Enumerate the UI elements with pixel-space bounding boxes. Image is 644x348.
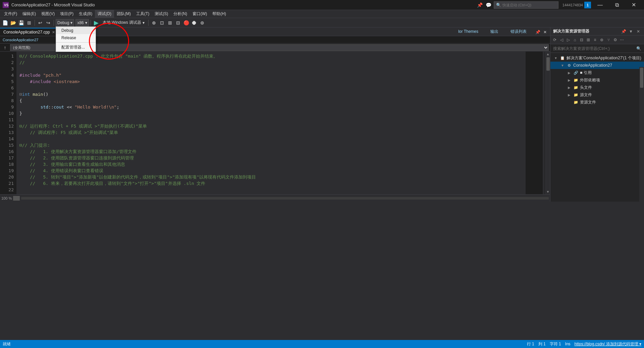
sol-vscrollbar[interactable] (639, 67, 644, 202)
tree-expand-headers[interactable]: ▶ (567, 85, 572, 90)
status-link[interactable]: https://blog.csdn/ 添加到源代码管理 ▾ (575, 341, 641, 347)
tab-main-cpp-close[interactable]: ✕ (52, 30, 55, 34)
zoom-dropdown-btn[interactable] (13, 196, 20, 201)
editor-vscrollbar[interactable]: ▲ ▼ (545, 52, 550, 194)
toolbar-btn-extra3[interactable]: ⊞ (166, 19, 174, 26)
menu-team[interactable]: 团队(M) (114, 10, 133, 18)
quick-launch-input[interactable] (502, 3, 556, 7)
scroll-up-btn[interactable]: ▲ (546, 52, 550, 56)
zoom-label[interactable]: 100 % (0, 196, 13, 200)
menu-debug[interactable]: 调试(D) (95, 10, 114, 18)
title-bar-right: 📌 💬 🔍 1444174834 1 — ⧉ ✕ (476, 0, 641, 10)
file-path-item[interactable]: ConsoleApplication27 (3, 38, 38, 42)
sol-tb-file[interactable]: ≡ (592, 37, 598, 43)
tree-item-refs[interactable]: ▶ 🔗 ■ 引用 (550, 69, 644, 76)
hscroll-track[interactable] (21, 197, 549, 200)
toolbar-btn-extra1[interactable]: ⊕ (150, 19, 158, 26)
minimap-scrollbar[interactable] (543, 52, 545, 194)
sub-tab-themes[interactable]: lor Themes (455, 27, 482, 36)
toolbar-btn-bp3[interactable]: ⊛ (199, 19, 206, 26)
sol-tb-dots[interactable]: ⋯ (619, 37, 625, 43)
scope-select2[interactable] (85, 44, 549, 51)
tree-label-project: ConsoleApplication27 (573, 63, 612, 68)
sol-tb-filter[interactable]: ⊛ (599, 37, 605, 43)
scope-btn-up[interactable]: ↑ (1, 44, 9, 51)
sol-tb-fwd[interactable]: ▷ (565, 37, 571, 43)
menu-project[interactable]: 项目(P) (57, 10, 76, 18)
dd-item-release[interactable]: Release (56, 34, 96, 42)
toolbar-redo[interactable]: ↪ (45, 19, 52, 26)
dd-item-config-mgr[interactable]: 配置管理器... (56, 43, 96, 52)
menu-edit[interactable]: 编辑(E) (20, 10, 39, 18)
toolbar-btn-extra4[interactable]: ⊟ (174, 19, 182, 26)
sub-tab-errors[interactable]: 错误列表 (507, 27, 530, 36)
close-button[interactable]: ✕ (626, 0, 641, 10)
code-editor[interactable]: 12345 678910 1112131415 1617181920 2122 … (0, 52, 550, 194)
sub-tab-output[interactable]: 输出 (487, 27, 502, 36)
scroll-track[interactable] (546, 56, 550, 190)
menu-help[interactable]: 帮助(H) (210, 10, 229, 18)
code-line-8: { (19, 97, 523, 104)
toolbar-undo[interactable]: ↩ (37, 19, 44, 26)
sol-tb-home[interactable]: ⌂ (572, 37, 578, 43)
sol-tb-proppage[interactable]: ⊞ (585, 37, 591, 43)
menu-build[interactable]: 生成(B) (76, 10, 95, 18)
sol-pin-btn[interactable]: 📌 (621, 28, 627, 34)
scroll-down-btn[interactable]: ▼ (546, 190, 550, 194)
tree-expand-solution[interactable]: ▼ (553, 55, 558, 61)
debug-dropdown-arrow[interactable]: ▾ (70, 20, 72, 25)
debug-config-select[interactable]: Debug ▾ (56, 19, 74, 26)
tree-item-project[interactable]: ▼ ⚙ ConsoleApplication27 (550, 62, 644, 69)
tab-main-cpp[interactable]: ConsoleApplication27.cpp ✕ (0, 28, 59, 36)
tree-expand-project[interactable]: ▼ (560, 63, 565, 68)
sol-tb-settings[interactable]: ⚙ (612, 37, 618, 43)
target-arrow[interactable]: ▾ (143, 20, 145, 25)
tree-item-ext-deps[interactable]: ▶ 📁 外部依赖项 (550, 76, 644, 84)
toolbar-open[interactable]: 📂 (9, 19, 17, 26)
sol-tb-git[interactable]: ⑂ (605, 37, 611, 43)
tree-item-resources[interactable]: ▶ 📁 资源文件 (550, 98, 644, 106)
sol-close-btn[interactable]: ✕ (635, 28, 641, 34)
sol-tb-back[interactable]: ◁ (558, 37, 565, 43)
sol-tree[interactable]: ▼ 📋 解决方案'ConsoleApplication27'(1 个项目) ▼ … (550, 53, 644, 202)
sol-search-input[interactable] (553, 46, 636, 51)
tree-item-sources[interactable]: ▶ 📁 源文件 (550, 91, 644, 98)
sol-tb-collapse[interactable]: ⊟ (579, 37, 585, 43)
tree-expand-sources[interactable]: ▶ (567, 92, 572, 97)
menu-tools[interactable]: 工具(T) (133, 10, 152, 18)
feedback-icon[interactable]: 💬 (485, 1, 492, 9)
toolbar-btn-bp1[interactable]: 🔴 (182, 19, 190, 26)
platform-select[interactable]: x86 ▾ (75, 19, 89, 26)
quick-launch-search[interactable]: 🔍 (494, 1, 558, 9)
sol-tb-sync[interactable]: ⟳ (552, 37, 558, 43)
toolbar-btn-extra2[interactable]: ⊡ (158, 19, 166, 26)
tab-pin-btn[interactable]: 📌 (534, 28, 541, 36)
restore-button[interactable]: ⧉ (609, 0, 625, 10)
menu-file[interactable]: 文件(F) (1, 10, 20, 18)
menu-window[interactable]: 窗口(W) (190, 10, 210, 18)
debug-dropdown-menu: Debug Release 配置管理器... (56, 26, 96, 52)
menu-view[interactable]: 视图(V) (39, 10, 57, 18)
scroll-thumb[interactable] (546, 57, 550, 71)
toolbar-save[interactable]: 💾 (17, 19, 25, 26)
minimize-button[interactable]: — (592, 0, 608, 10)
sub-tab-bar: lor Themes 输出 错误列表 (455, 27, 530, 36)
toolbar-saveall[interactable]: ⊞ (25, 19, 33, 26)
run-button[interactable]: ▶ (93, 19, 100, 26)
tab-close-all-btn[interactable]: ✕ (541, 28, 549, 36)
tree-item-headers[interactable]: ▶ 📁 头文件 (550, 84, 644, 91)
pin-icon[interactable]: 📌 (476, 1, 484, 9)
user-badge[interactable]: 1 (584, 2, 591, 8)
tree-label-refs: ■ 引用 (580, 70, 592, 76)
code-lines[interactable]: ⊟// ConsoleApplication27.cpp : 此文件包含 "ma… (17, 52, 525, 194)
toolbar-btn-bp2[interactable]: ⯃ (191, 19, 198, 26)
tree-expand-refs[interactable]: ▶ (567, 70, 572, 75)
dd-item-debug[interactable]: Debug (56, 27, 96, 34)
toolbar-new[interactable]: 📄 (1, 19, 9, 26)
sol-dropdown-btn[interactable]: ▼ (628, 28, 634, 34)
tree-item-solution[interactable]: ▼ 📋 解决方案'ConsoleApplication27'(1 个项目) (550, 54, 644, 62)
menu-analyze[interactable]: 分析(N) (171, 10, 190, 18)
tree-expand-extdeps[interactable]: ▶ (567, 77, 572, 83)
menu-test[interactable]: 测试(S) (152, 10, 171, 18)
sol-scroll-thumb[interactable] (640, 68, 643, 88)
